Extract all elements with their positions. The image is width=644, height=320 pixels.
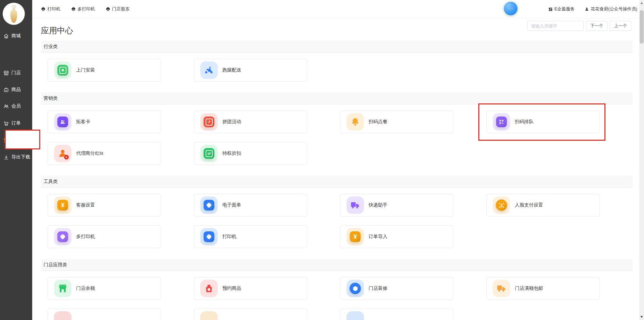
sidebar-item-members[interactable]: 会员 bbox=[0, 102, 32, 110]
app-card-label: 上门安装 bbox=[76, 67, 95, 73]
app-card[interactable]: 门店满额包邮 bbox=[486, 277, 600, 300]
printer-icon bbox=[41, 7, 46, 11]
arrow-icon: ↗ bbox=[200, 113, 218, 131]
printer-icon bbox=[71, 7, 76, 11]
printer-icon bbox=[106, 7, 110, 11]
icon-tile bbox=[350, 283, 361, 294]
topbar-link-2[interactable]: 门店股东 bbox=[106, 6, 129, 12]
topbar-link-label: 门店股东 bbox=[112, 6, 129, 12]
main-area: 打印机多打印机门店股东 E企盈服务 花花食府(公众号操作员) 应用中心 bbox=[32, 0, 639, 320]
app-card-label: 门店余额 bbox=[76, 285, 95, 291]
section-grid: ✖上门安装跑腿配送 bbox=[41, 53, 633, 92]
floating-widget-text: --:-- bbox=[508, 7, 514, 10]
scroll-up-arrow[interactable] bbox=[640, 2, 643, 4]
printer-icon bbox=[54, 228, 71, 245]
sidebar-item-label: 商品 bbox=[11, 87, 21, 93]
section-grid: 门店余额预约商品门店装修门店满额包邮 bbox=[41, 271, 633, 320]
app-card-partial[interactable] bbox=[48, 309, 161, 320]
icon-tile bbox=[204, 200, 214, 211]
cube-icon bbox=[346, 280, 364, 297]
app-card[interactable]: ¥代理商分红tx bbox=[48, 142, 161, 165]
app-card[interactable]: 门店余额 bbox=[48, 277, 161, 300]
card-people-icon bbox=[54, 113, 71, 131]
app-card-label: 门店装修 bbox=[369, 285, 387, 291]
service-label: E企盈服务 bbox=[554, 6, 575, 12]
app-card-label: 打印机 bbox=[222, 234, 236, 240]
bag-icon bbox=[200, 280, 218, 297]
section-header: 门店应用类 bbox=[41, 259, 633, 271]
app-window: 商城门店商品会员订单应用导出下载 打印机多打印机门店股东 E企盈服务 花花食府(… bbox=[0, 0, 644, 320]
service-menu[interactable]: E企盈服务 bbox=[548, 6, 575, 12]
app-card[interactable]: 打印机 bbox=[194, 225, 307, 248]
icon-tile bbox=[57, 117, 68, 127]
annotation-box-sidebar-apps bbox=[5, 130, 40, 149]
app-card-partial[interactable] bbox=[340, 309, 453, 320]
yen-badge: ¥ bbox=[64, 154, 69, 160]
app-card-label: 跑腿配送 bbox=[222, 67, 241, 73]
store-logo-avatar[interactable] bbox=[3, 3, 25, 25]
icon-tile: ↗ bbox=[204, 117, 214, 127]
search-input[interactable] bbox=[527, 21, 584, 31]
app-card[interactable]: 人脸支付设置 bbox=[486, 194, 600, 217]
app-card-label: 代理商分红tx bbox=[76, 150, 103, 156]
grid-icon bbox=[548, 7, 553, 11]
annotation-box-queue-app bbox=[478, 103, 605, 141]
truck-icon bbox=[346, 196, 364, 214]
section-header: 工具类 bbox=[41, 176, 633, 188]
app-card-label: 客服设置 bbox=[76, 202, 95, 208]
scrollbar-thumb[interactable] bbox=[640, 10, 644, 44]
app-card[interactable]: ✖上门安装 bbox=[48, 59, 161, 82]
app-card[interactable]: 预约商品 bbox=[194, 277, 307, 300]
prev-button[interactable]: 上一个 bbox=[610, 21, 631, 31]
sidebar-item-label: 门店 bbox=[11, 70, 21, 76]
section-grid: ¥客服设置电子面单快递助手人脸支付设置多打印机打印机¥订单导入 bbox=[41, 188, 633, 259]
x-icon: ✖ bbox=[54, 61, 71, 79]
topbar-link-0[interactable]: 打印机 bbox=[41, 6, 60, 12]
app-card-label: 特权折扣 bbox=[222, 150, 241, 156]
icon-tile bbox=[496, 199, 507, 211]
app-card[interactable]: ↗拼团活动 bbox=[194, 110, 307, 133]
app-card-label: 多打印机 bbox=[76, 234, 95, 240]
vertical-scrollbar[interactable] bbox=[639, 0, 644, 320]
app-card-label: 预约商品 bbox=[222, 285, 241, 291]
floating-assistant-widget[interactable]: --:-- bbox=[503, 1, 518, 16]
sidebar-item-cart[interactable]: 订单 bbox=[0, 119, 32, 128]
page-head: 应用中心 下一个 上一个 bbox=[32, 18, 639, 41]
app-card-label: 订单导入 bbox=[369, 234, 387, 240]
app-card[interactable]: 电子面单 bbox=[194, 194, 307, 217]
user-label: 花花食府(公众号操作员) bbox=[591, 6, 637, 12]
scroll-down-arrow[interactable] bbox=[640, 316, 643, 318]
user-menu[interactable]: 花花食府(公众号操作员) bbox=[585, 6, 637, 12]
app-card[interactable]: ¥客服设置 bbox=[48, 194, 161, 217]
bell-icon bbox=[346, 113, 364, 131]
sidebar-item-label: 订单 bbox=[11, 120, 21, 126]
sidebar-item-store[interactable]: 门店 bbox=[0, 68, 32, 77]
app-sections: 行业类✖上门安装跑腿配送营销类拓客卡↗拼团活动扫码点餐扫码排队¥代理商分红tx⇄… bbox=[41, 41, 633, 320]
sidebar: 商城门店商品会员订单应用导出下载 bbox=[0, 0, 32, 320]
next-button[interactable]: 下一个 bbox=[586, 21, 607, 31]
sidebar-item-home[interactable]: 商城 bbox=[0, 32, 32, 40]
icon-tile: ✖ bbox=[57, 65, 68, 76]
app-card[interactable]: ¥订单导入 bbox=[340, 225, 453, 248]
topbar-link-1[interactable]: 多打印机 bbox=[71, 6, 95, 12]
goods-icon bbox=[3, 87, 9, 93]
app-card-partial[interactable] bbox=[194, 309, 307, 320]
app-card[interactable]: ⇄特权折扣 bbox=[194, 142, 307, 165]
app-card[interactable]: 多打印机 bbox=[48, 225, 161, 248]
sidebar-item-download[interactable]: 导出下载 bbox=[0, 153, 32, 162]
app-card[interactable]: 门店装修 bbox=[340, 277, 453, 300]
face-icon bbox=[493, 196, 510, 214]
app-card[interactable]: 扫码点餐 bbox=[340, 110, 453, 133]
icon-tile bbox=[57, 231, 68, 242]
app-card[interactable]: 快递助手 bbox=[340, 194, 453, 217]
app-card[interactable]: 拓客卡 bbox=[48, 110, 161, 133]
app-icon-partial bbox=[200, 311, 218, 320]
sidebar-item-label: 导出下载 bbox=[11, 154, 30, 160]
printer-icon bbox=[200, 228, 218, 245]
sidebar-item-label: 商城 bbox=[11, 33, 21, 39]
sidebar-item-goods[interactable]: 商品 bbox=[0, 85, 32, 94]
app-card[interactable]: 跑腿配送 bbox=[194, 59, 307, 82]
topbar: 打印机多打印机门店股东 E企盈服务 花花食府(公众号操作员) bbox=[32, 0, 639, 18]
perfume-bottle-image bbox=[10, 9, 17, 23]
shopfront-icon bbox=[54, 280, 71, 297]
